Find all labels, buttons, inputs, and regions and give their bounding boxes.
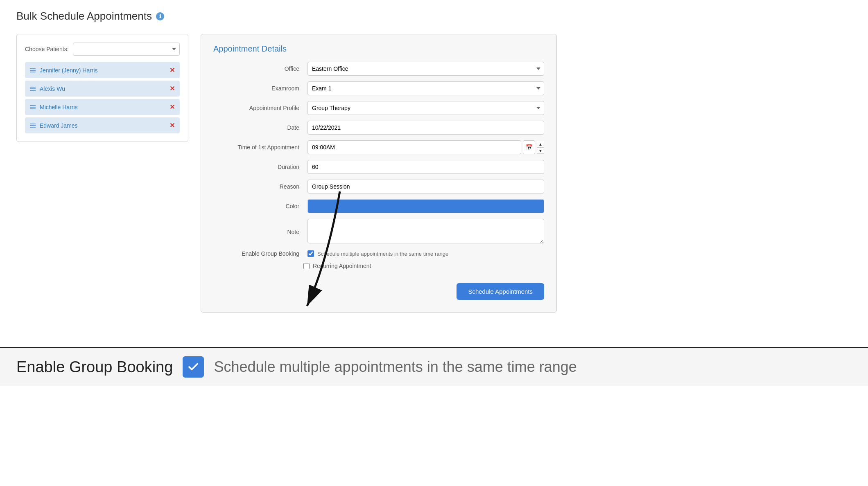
- office-select[interactable]: Eastern Office Western Office Northern O…: [307, 62, 544, 76]
- callout-checkmark-icon: [187, 361, 199, 373]
- patient-name: Jennifer (Jenny) Harris: [40, 67, 98, 74]
- button-row: Schedule Appointments: [213, 283, 544, 300]
- patient-list: Jennifer (Jenny) Harris ✕ Alexis Wu ✕ Mi…: [25, 62, 180, 133]
- time-spinner[interactable]: ▲ ▼: [537, 141, 544, 154]
- patient-name: Alexis Wu: [40, 86, 65, 92]
- main-layout: Choose Patients: Jennifer (Jenny) Harris…: [16, 34, 557, 313]
- office-label: Office: [213, 65, 303, 72]
- enable-group-booking-label: Enable Group Booking: [213, 250, 303, 257]
- drag-handle-icon[interactable]: [30, 87, 36, 91]
- reason-field: [307, 180, 544, 194]
- page-title: Bulk Schedule Appointments: [16, 10, 152, 22]
- appointment-profile-label: Appointment Profile: [213, 105, 303, 111]
- schedule-appointments-button[interactable]: Schedule Appointments: [457, 283, 544, 300]
- examroom-field: Exam 1 Exam 2 Exam 3: [307, 81, 544, 95]
- patient-item-left: Alexis Wu: [30, 86, 65, 92]
- choose-patients-row: Choose Patients:: [25, 43, 180, 56]
- enable-group-booking-field: Schedule multiple appointments in the sa…: [307, 250, 544, 257]
- examroom-label: Examroom: [213, 85, 303, 92]
- examroom-select[interactable]: Exam 1 Exam 2 Exam 3: [307, 81, 544, 95]
- recurring-label: Recurring Appointment: [313, 263, 371, 269]
- enable-group-booking-checkbox[interactable]: [307, 250, 314, 257]
- choose-patients-select[interactable]: [73, 43, 180, 56]
- remove-patient-icon[interactable]: ✕: [170, 66, 175, 74]
- patient-item-left: Michelle Harris: [30, 104, 78, 110]
- patient-list-item: Edward James ✕: [25, 117, 180, 133]
- patient-name: Edward James: [40, 122, 78, 129]
- duration-label: Duration: [213, 164, 303, 170]
- time-up-arrow[interactable]: ▲: [537, 141, 544, 147]
- date-field: [307, 121, 544, 135]
- note-label: Note: [213, 229, 303, 235]
- color-swatch[interactable]: [307, 199, 544, 213]
- right-panel: Appointment Details Office Eastern Offic…: [201, 34, 557, 313]
- bottom-callout: Enable Group Booking Schedule multiple a…: [0, 347, 868, 386]
- color-field: [307, 199, 544, 213]
- callout-checkbox-wrapper[interactable]: [183, 356, 204, 378]
- date-input[interactable]: [307, 121, 544, 135]
- enable-group-booking-desc: Schedule multiple appointments in the sa…: [317, 251, 448, 257]
- appointment-form: Office Eastern Office Western Office Nor…: [213, 62, 544, 300]
- remove-patient-icon[interactable]: ✕: [170, 103, 175, 111]
- recurring-row: Recurring Appointment: [213, 263, 544, 269]
- patient-item-left: Jennifer (Jenny) Harris: [30, 67, 98, 74]
- appointment-profile-select[interactable]: Group Therapy Individual Therapy Consult…: [307, 101, 544, 115]
- time-field: 📅 ▲ ▼: [307, 140, 544, 154]
- office-field: Eastern Office Western Office Northern O…: [307, 62, 544, 76]
- choose-patients-label: Choose Patients:: [25, 46, 69, 52]
- appointment-details-title: Appointment Details: [213, 44, 544, 54]
- time-label: Time of 1st Appointment: [213, 144, 303, 151]
- recurring-checkbox[interactable]: [303, 263, 310, 269]
- appointment-profile-field: Group Therapy Individual Therapy Consult…: [307, 101, 544, 115]
- reason-input[interactable]: [307, 180, 544, 194]
- callout-label: Enable Group Booking: [16, 358, 173, 376]
- time-down-arrow[interactable]: ▼: [537, 147, 544, 154]
- duration-input[interactable]: [307, 160, 544, 174]
- calendar-icon-button[interactable]: 📅: [523, 140, 535, 154]
- left-panel: Choose Patients: Jennifer (Jenny) Harris…: [16, 34, 188, 142]
- date-label: Date: [213, 124, 303, 131]
- remove-patient-icon[interactable]: ✕: [170, 122, 175, 129]
- patient-item-left: Edward James: [30, 122, 78, 129]
- note-textarea[interactable]: [307, 219, 544, 243]
- time-input[interactable]: [307, 140, 521, 154]
- note-field: [307, 219, 544, 245]
- drag-handle-icon[interactable]: [30, 68, 36, 72]
- remove-patient-icon[interactable]: ✕: [170, 85, 175, 92]
- drag-handle-icon[interactable]: [30, 105, 36, 109]
- callout-desc: Schedule multiple appointments in the sa…: [214, 358, 577, 376]
- reason-label: Reason: [213, 183, 303, 190]
- patient-list-item: Michelle Harris ✕: [25, 99, 180, 115]
- duration-field: [307, 160, 544, 174]
- page-header: Bulk Schedule Appointments ℹ: [16, 10, 557, 22]
- drag-handle-icon[interactable]: [30, 124, 36, 128]
- patient-list-item: Jennifer (Jenny) Harris ✕: [25, 62, 180, 78]
- color-label: Color: [213, 203, 303, 209]
- info-icon[interactable]: ℹ: [156, 12, 164, 20]
- patient-name: Michelle Harris: [40, 104, 78, 110]
- patient-list-item: Alexis Wu ✕: [25, 81, 180, 97]
